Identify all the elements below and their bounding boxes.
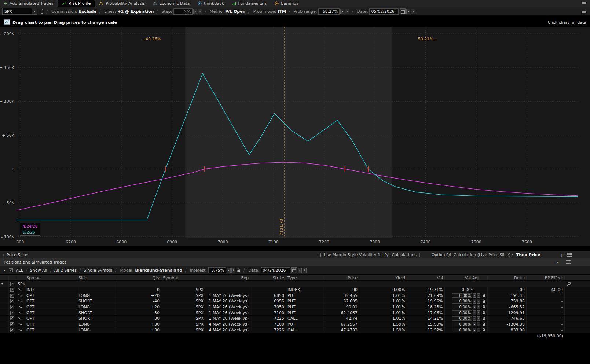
vol-adj-input[interactable]: 0.00% <box>452 299 472 304</box>
vol-adj-down-button[interactable]: ▾ <box>477 293 480 298</box>
tab-fundamentals[interactable]: Fundamentals <box>228 0 271 7</box>
tab-earnings[interactable]: Earnings <box>271 0 303 7</box>
date-up-button[interactable]: ▴ <box>406 9 410 14</box>
prob-range-up-button[interactable]: ▴ <box>340 9 344 14</box>
step-input[interactable]: N/A <box>173 8 193 15</box>
row-checkbox[interactable]: ✓ <box>10 305 14 309</box>
vol-adj-down-button[interactable]: ▾ <box>477 305 480 309</box>
column-header-vol[interactable]: Vol <box>407 275 445 280</box>
vol-adj-lock-icon[interactable] <box>482 328 485 332</box>
price-slices-menu-icon[interactable] <box>567 253 572 257</box>
symbol-dropdown-arrow[interactable]: ▾ <box>32 8 37 14</box>
vol-adj-lock-icon[interactable] <box>482 322 485 326</box>
vol-adj-down-button[interactable]: ▾ <box>477 328 480 332</box>
vol-adj-lock-icon[interactable] <box>482 305 485 309</box>
vol-adj-down-button[interactable]: ▾ <box>477 299 480 304</box>
price-slices-title[interactable]: Price Slices <box>7 253 29 257</box>
prob-range-input[interactable]: 68.27% <box>318 8 340 15</box>
vol-adj-input[interactable]: 0.00% <box>452 293 472 298</box>
y-axis-label[interactable]: + 150K <box>0 65 15 70</box>
price-slices-expander-icon[interactable]: ▸ <box>3 253 4 257</box>
vol-adj-lock-icon[interactable] <box>482 299 485 303</box>
group-checkbox[interactable]: ✓ <box>10 282 14 286</box>
column-header-bp-effect[interactable]: BP Effect <box>527 275 565 280</box>
vol-adj-lock-icon[interactable] <box>482 317 485 320</box>
vol-adj-down-button[interactable]: ▾ <box>477 316 480 321</box>
column-header-qty[interactable]: Qty <box>116 275 161 280</box>
tab-thinkback[interactable]: thinkBack <box>194 0 228 7</box>
interest-lock-icon[interactable] <box>237 268 241 272</box>
group-collapse-chevron[interactable]: ▾ <box>1 282 3 286</box>
vol-adj-input[interactable]: 0.00% <box>452 328 472 332</box>
tab-probability-analysis[interactable]: Probability Analysis <box>95 0 149 7</box>
step-up-button[interactable]: ▴ <box>193 9 197 14</box>
model-dropdown[interactable]: Bjerksund-Stensland <box>135 268 182 273</box>
filter-collapse-chevron[interactable]: ▾ <box>4 269 5 272</box>
metric-dropdown[interactable]: P/L Open <box>225 9 245 14</box>
vol-adj-up-button[interactable]: ▴ <box>473 322 476 326</box>
y-axis-label[interactable]: - 100K <box>1 235 14 239</box>
y-axis-label[interactable]: 0 <box>12 167 14 172</box>
y-axis-label[interactable]: + 200K <box>0 32 15 36</box>
date-down-button[interactable]: ▾ <box>411 9 415 14</box>
column-header-side[interactable]: Side <box>77 275 116 280</box>
row-checkbox[interactable]: ✓ <box>10 299 14 303</box>
positions-date-down-button[interactable]: ▾ <box>303 268 307 273</box>
column-header-vol-adj[interactable]: Vol Adj <box>445 275 488 280</box>
tab-economic-data[interactable]: Economic Data <box>149 0 194 7</box>
vol-adj-down-button[interactable]: ▾ <box>477 310 480 315</box>
row-checkbox[interactable]: ✓ <box>10 311 14 315</box>
column-header-yield[interactable]: Yield <box>359 275 407 280</box>
interest-up-button[interactable]: ▴ <box>227 268 231 273</box>
interest-down-button[interactable]: ▾ <box>231 268 235 273</box>
add-price-slice-button[interactable]: + <box>560 252 564 258</box>
vol-adj-input[interactable]: 0.00% <box>452 322 472 326</box>
margin-volatility-label[interactable]: Use Margin Style Volatility for P/L Calc… <box>324 253 417 257</box>
positions-date-up-button[interactable]: ▴ <box>298 268 302 273</box>
pl-calculation-value-dropdown[interactable]: Theo Price <box>516 253 540 257</box>
calendar-icon[interactable] <box>400 8 406 14</box>
vol-adj-lock-icon[interactable] <box>482 294 485 297</box>
step-down-button[interactable]: ▾ <box>198 9 202 14</box>
positions-date-input[interactable]: 04/24/2026 <box>261 267 290 273</box>
positions-menu-icon[interactable] <box>566 260 571 264</box>
column-header-symbol[interactable]: Symbol <box>161 275 205 280</box>
positions-calendar-icon[interactable] <box>291 267 297 273</box>
vol-adj-up-button[interactable]: ▴ <box>473 316 476 321</box>
symbol-input[interactable]: SPX ▾ <box>2 8 37 15</box>
tab-add-simulated-trades[interactable]: Add Simulated Trades <box>0 0 58 7</box>
vol-adj-up-button[interactable]: ▴ <box>473 293 476 298</box>
vol-adj-up-button[interactable]: ▴ <box>473 305 476 309</box>
vol-adj-up-button[interactable]: ▴ <box>473 299 476 304</box>
gear-icon[interactable] <box>567 282 571 286</box>
row-checkbox[interactable]: ✓ <box>10 294 14 298</box>
column-header-type[interactable]: Type <box>286 275 325 280</box>
row-checkbox[interactable]: ✓ <box>10 322 14 326</box>
risk-profile-chart[interactable]: + 200K+ 150K+ 100K+ 50K0- 50K- 100K60067… <box>0 27 590 246</box>
commission-dropdown[interactable]: Exclude <box>79 9 96 14</box>
margin-volatility-checkbox[interactable] <box>317 253 321 257</box>
vol-adj-input[interactable]: 0.00% <box>452 316 472 321</box>
row-checkbox[interactable]: ✓ <box>10 316 14 320</box>
vol-adj-input[interactable]: 0.00% <box>452 310 472 315</box>
lines-dropdown[interactable]: +1 @ Expiration <box>117 9 154 14</box>
link-icon[interactable] <box>40 9 44 14</box>
column-header-delta[interactable]: Delta <box>488 275 527 280</box>
column-header-strike[interactable]: Strike <box>250 275 286 280</box>
analysis-wave-icon[interactable] <box>18 317 22 320</box>
series-filter-dropdown[interactable]: All 2 Series <box>54 268 77 273</box>
prob-mode-dropdown[interactable]: ITM <box>278 9 286 14</box>
column-header-exp[interactable]: Exp <box>205 275 250 280</box>
analysis-wave-icon[interactable] <box>18 305 22 308</box>
vol-adj-up-button[interactable]: ▴ <box>473 328 476 332</box>
y-axis-label[interactable]: - 50K <box>4 201 14 205</box>
analysis-wave-icon[interactable] <box>18 323 22 326</box>
column-header-spread[interactable]: Spread <box>25 275 77 280</box>
vol-adj-down-button[interactable]: ▾ <box>477 322 480 326</box>
vol-adj-input[interactable]: 0.00% <box>452 305 472 309</box>
row-checkbox[interactable]: ✓ <box>10 328 14 332</box>
symbol-group-row[interactable]: ▾ ✓ SPX <box>0 281 590 287</box>
positions-collapse-icon[interactable]: ▾ <box>557 261 558 264</box>
risk-chart-svg[interactable]: + 200K+ 150K+ 100K+ 50K0- 50K- 100K60067… <box>0 27 590 246</box>
row-checkbox[interactable]: ✓ <box>10 288 14 292</box>
